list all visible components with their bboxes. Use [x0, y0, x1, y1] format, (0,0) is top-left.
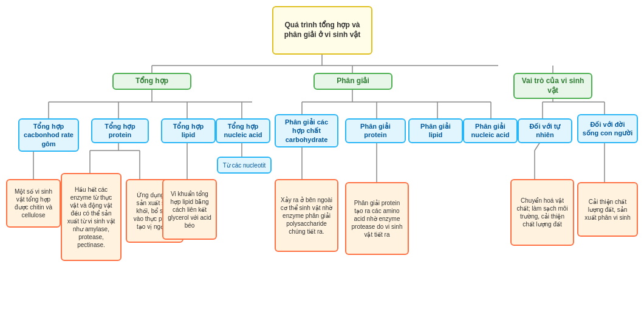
l3-cacbonhod: Một số vi sinh vật tổng hợp được chitin … — [6, 179, 61, 228]
l2-vt-congnguoi: Đối với đời sống con người — [577, 114, 638, 143]
l1-phanGiai: Phân giải — [313, 73, 392, 90]
l2-pg-lipid: Phân giải lipid — [408, 118, 463, 143]
l2-th-nucleic: Tổng hợp nucleic acid — [216, 118, 270, 143]
l1-tonghop: Tổng hợp — [112, 73, 191, 90]
l2-th-cacbonhod: Tổng hợp cacbonhod rate gôm — [18, 118, 79, 152]
l3-vt-tunhien: Chuyển hoá vật chất; làm sạch môi trường… — [510, 179, 574, 246]
l2-vt-tunhien: Đối với tự nhiên — [518, 118, 572, 143]
l1-vaiTro: Vai trò của vi sinh vật — [513, 73, 592, 99]
l3-vt-congnguoi: Cải thiện chất lượng đất, sản xuất phân … — [577, 182, 638, 237]
l2-th-protein: Tổng hợp protein — [91, 118, 149, 143]
l2-pg-nucleic: Phân giải nucleic acid — [463, 118, 518, 143]
mind-map-diagram: Quá trình tổng hợp và phân giải ở vi sin… — [0, 0, 644, 332]
l3-lipid: Vi khuẩn tổng hợp lipid bằng cách liên k… — [162, 179, 217, 240]
l2-pg-hchc: Phân giải các hợp chất carbohydrate — [275, 114, 338, 147]
l3-nucleic-sub: Từ các nucleotit — [217, 157, 272, 174]
l2-pg-protein: Phân giải protein — [345, 118, 406, 143]
l3-protein1: Hầu hết các enzyme từ thực vật và động v… — [61, 173, 122, 261]
l2-th-lipid: Tổng hợp lipid — [161, 118, 216, 143]
l3-pg-hchc: Xảy ra ở bên ngoài cơ thể sinh vật nhờ e… — [275, 179, 338, 252]
l3-pg-protein: Phân giải protein tạo ra các amino acid … — [345, 182, 409, 255]
root-node: Quá trình tổng hợp và phân giải ở vi sin… — [272, 6, 372, 55]
